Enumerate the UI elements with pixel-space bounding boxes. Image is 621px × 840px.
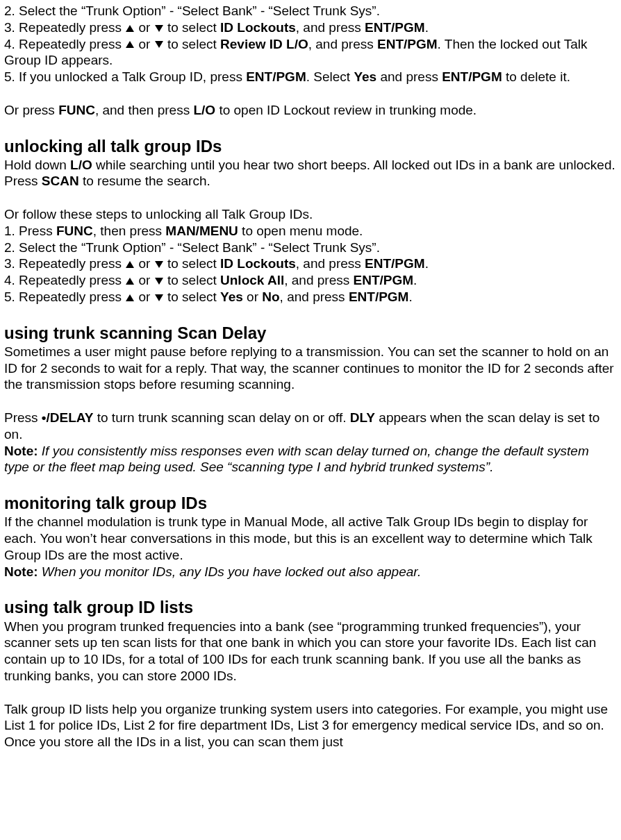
down-arrow-icon [154, 24, 164, 33]
key-label: ENT/PGM [246, 69, 306, 84]
key-label: ENT/PGM [377, 37, 438, 51]
key-label: •/DELAY [42, 410, 94, 425]
text: 5. Repeatedly press [4, 289, 125, 304]
key-label: ENT/PGM [442, 69, 502, 84]
text: Hold down [4, 158, 70, 172]
id-lists-p2: Talk group ID lists help you organize tr… [4, 701, 617, 750]
key-label: L/O [70, 158, 92, 172]
key-label: ENT/PGM [349, 289, 409, 304]
step-4: 4. Repeatedly press or to select Review … [4, 36, 617, 69]
note-body: If you consistently miss responses even … [4, 444, 589, 475]
scan-delay-body: Sometimes a user might pause before repl… [4, 344, 617, 393]
text: to open ID Lockout review in trunking mo… [215, 103, 477, 117]
text: or [135, 273, 154, 287]
text: to select [164, 37, 220, 51]
text: to resume the search. [79, 174, 210, 188]
key-label: SCAN [42, 174, 79, 188]
heading-unlock-all: unlocking all talk group IDs [4, 135, 617, 157]
text: . [413, 273, 417, 287]
key-label: ENT/PGM [365, 256, 425, 271]
alt-instruction: Or press FUNC, and then press L/O to ope… [4, 102, 617, 119]
scan-delay-note: Note: If you consistently miss responses… [4, 443, 617, 476]
unlock-step-2: 2. Select the “Trunk Option” - “Select B… [4, 240, 617, 256]
menu-item: ID Lockouts [220, 256, 296, 271]
text: Press [4, 410, 42, 425]
key-label: ENT/PGM [365, 20, 425, 35]
text: , and then press [95, 103, 194, 117]
key-label: FUNC [58, 103, 95, 117]
menu-item: Unlock All [220, 273, 284, 287]
key-label: L/O [193, 103, 215, 117]
text: . [425, 256, 429, 271]
unlock-intro: Hold down L/O while searching until you … [4, 157, 617, 190]
option: Yes [354, 69, 376, 84]
unlock-step-5: 5. Repeatedly press or to select Yes or … [4, 289, 617, 305]
text: . Select [306, 69, 354, 84]
text: to select [164, 256, 220, 271]
text: 5. If you unlocked a Talk Group ID, pres… [4, 69, 246, 84]
up-arrow-icon [125, 24, 135, 33]
indicator: DLY [350, 410, 375, 425]
up-arrow-icon [125, 294, 135, 302]
menu-item: Review ID L/O [220, 37, 308, 51]
monitoring-note: Note: When you monitor IDs, any IDs you … [4, 564, 617, 580]
monitoring-body: If the channel modulation is trunk type … [4, 514, 617, 563]
text: 4. Repeatedly press [4, 273, 125, 287]
unlock-follow: Or follow these steps to unlocking all T… [4, 206, 617, 223]
id-lists-p1: When you program trunked frequencies int… [4, 619, 617, 684]
text: to select [164, 20, 220, 35]
note-label: Note: [4, 444, 38, 458]
text: , and press [284, 273, 353, 287]
up-arrow-icon [125, 277, 135, 285]
text: Or press [4, 103, 58, 117]
step-5: 5. If you unlocked a Talk Group ID, pres… [4, 69, 617, 85]
text: , and press [280, 289, 349, 304]
text: , and press [296, 256, 365, 271]
text: or [135, 256, 154, 271]
text: , and press [296, 20, 365, 35]
text: to turn trunk scanning scan delay on or … [93, 410, 349, 425]
text: , and press [308, 37, 377, 51]
text: 4. Repeatedly press [4, 37, 125, 51]
step-3: 3. Repeatedly press or to select ID Lock… [4, 19, 617, 36]
text: . [425, 20, 429, 35]
text: or [135, 289, 154, 304]
heading-id-lists: using talk group ID lists [4, 596, 617, 618]
text: or [243, 289, 262, 304]
menu-item: ID Lockouts [220, 20, 296, 35]
note-body: When you monitor IDs, any IDs you have l… [38, 564, 422, 579]
text: and press [376, 69, 442, 84]
down-arrow-icon [154, 260, 164, 269]
unlock-step-3: 3. Repeatedly press or to select ID Lock… [4, 255, 617, 272]
text: or [135, 37, 154, 51]
heading-scan-delay: using trunk scanning Scan Delay [4, 322, 617, 344]
key-label: MAN/MENU [165, 224, 238, 238]
text: or [135, 20, 154, 35]
up-arrow-icon [125, 260, 135, 269]
scan-delay-press: Press •/DELAY to turn trunk scanning sca… [4, 410, 617, 443]
down-arrow-icon [154, 277, 164, 285]
key-label: ENT/PGM [354, 273, 414, 287]
text: to select [164, 289, 220, 304]
option: No [262, 289, 279, 304]
down-arrow-icon [154, 40, 164, 49]
text: 1. Press [4, 224, 56, 238]
heading-monitoring: monitoring talk group IDs [4, 492, 617, 514]
text: 3. Repeatedly press [4, 20, 125, 35]
text: , then press [93, 224, 166, 238]
down-arrow-icon [154, 294, 164, 302]
text: 3. Repeatedly press [4, 256, 125, 271]
option: Yes [220, 289, 243, 304]
text: . [408, 289, 412, 304]
step-2: 2. Select the “Trunk Option” - “Select B… [4, 3, 617, 19]
up-arrow-icon [125, 40, 135, 49]
key-label: FUNC [56, 224, 93, 238]
note-label: Note: [4, 564, 38, 579]
unlock-step-4: 4. Repeatedly press or to select Unlock … [4, 272, 617, 289]
text: to select [164, 273, 220, 287]
text: to open menu mode. [238, 224, 363, 238]
unlock-step-1: 1. Press FUNC, then press MAN/MENU to op… [4, 223, 617, 240]
text: to delete it. [502, 69, 570, 84]
